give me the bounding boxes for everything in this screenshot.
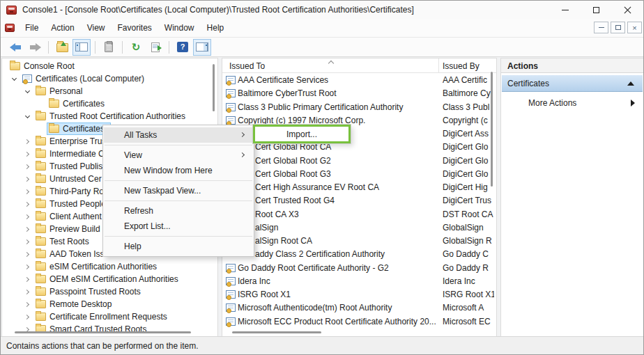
tree-node[interactable]: Enterprise Trus [33, 135, 109, 148]
chevron-expanded-icon[interactable] [11, 75, 16, 80]
certificate-row[interactable]: Root CA X3DST Root CA [222, 208, 496, 221]
tree-node[interactable]: eSIM Certification Authorities [33, 260, 160, 273]
chevron-collapsed-icon[interactable] [24, 289, 29, 294]
tree-node[interactable]: Client Authent [33, 210, 105, 223]
child-close-button[interactable]: × [627, 22, 642, 33]
tree-node[interactable]: Trusted People [33, 198, 109, 210]
tree-vertical-scrollbar[interactable] [213, 64, 215, 111]
list-horizontal-scrollbar[interactable] [232, 331, 321, 333]
chevron-collapsed-icon[interactable] [24, 226, 29, 231]
tree-node[interactable]: Untrusted Cer [33, 173, 105, 185]
chevron-collapsed-icon[interactable] [24, 201, 29, 206]
context-menu-item-new-taskpad-view[interactable]: New Taskpad View... [104, 183, 253, 198]
context-menu-item-export-list[interactable]: Export List... [104, 219, 253, 234]
certificate-row[interactable]: addy Class 2 Certification AuthorityGo D… [222, 248, 496, 261]
tree-item-certificate-enrollment-requests[interactable]: Certificate Enrollment Requests [2, 310, 210, 323]
tree-node[interactable]: Passpoint Trusted Roots [33, 285, 144, 298]
certificate-row[interactable]: Cert Global Root G3DigiCert Glo [222, 168, 496, 181]
chevron-collapsed-icon[interactable] [24, 251, 29, 256]
maximize-button[interactable] [581, 1, 612, 19]
certificate-row[interactable]: alSignGlobalSign [222, 221, 496, 235]
refresh-button[interactable]: ↻ [127, 39, 145, 56]
context-menu-item-help[interactable]: Help [104, 239, 253, 254]
chevron-collapsed-icon[interactable] [24, 176, 29, 181]
chevron-expanded-icon[interactable] [24, 88, 29, 93]
chevron-collapsed-icon[interactable] [24, 239, 29, 244]
tree-item-personal[interactable]: Personal [2, 85, 210, 97]
action-pane-toggle-button[interactable] [193, 39, 211, 56]
chevron-collapsed-icon[interactable] [24, 214, 29, 219]
chevron-collapsed-icon[interactable] [24, 151, 29, 156]
export-list-button[interactable] [146, 39, 164, 56]
context-menu-item-all-tasks[interactable]: All Tasks [104, 127, 253, 143]
certificate-row[interactable]: Cert Trusted Root G4DigiCert Trus [222, 194, 496, 207]
certificate-row[interactable]: Cert High Assurance EV Root CADigiCert H… [222, 181, 496, 194]
certificate-row[interactable]: Class 3 Public Primary Certification Aut… [222, 101, 496, 114]
up-one-level-button[interactable] [53, 39, 71, 56]
list-vertical-scrollbar[interactable] [491, 72, 493, 187]
tree-node[interactable]: Certificates [47, 97, 107, 110]
column-divider[interactable] [438, 58, 439, 73]
help-button[interactable]: ? [174, 39, 192, 56]
menu-file[interactable]: File [19, 20, 45, 36]
certificate-row[interactable]: Baltimore CyberTrust RootBaltimore Cy [222, 87, 496, 100]
context-menu-item-refresh[interactable]: Refresh [104, 203, 253, 219]
tree-node[interactable]: Remote Desktop [33, 298, 114, 310]
tree-node[interactable]: Intermediate C [33, 148, 107, 160]
chevron-collapsed-icon[interactable] [24, 301, 29, 306]
tree-item-remote-desktop[interactable]: Remote Desktop [2, 298, 210, 310]
menu-window[interactable]: Window [158, 20, 201, 36]
child-minimize-button[interactable] [594, 22, 608, 33]
tree-item-certificates-local-computer[interactable]: Certificates (Local Computer) [2, 72, 210, 85]
chevron-collapsed-icon[interactable] [24, 139, 29, 143]
tree-node[interactable]: Preview Build [33, 223, 103, 235]
tree-node[interactable]: Test Roots [33, 235, 92, 248]
tree-node[interactable]: Trusted Publis [33, 160, 105, 173]
menu-help[interactable]: Help [201, 20, 231, 36]
console-tree-toggle-button[interactable] [72, 39, 91, 56]
more-actions-item[interactable]: More Actions [502, 96, 643, 110]
certificate-row[interactable]: Microsoft Authenticode(tm) Root Authorit… [222, 301, 496, 315]
menu-favorites[interactable]: Favorites [112, 20, 158, 36]
chevron-collapsed-icon[interactable] [24, 164, 29, 168]
tree-item-oem-esim-certification-authorities[interactable]: OEM eSIM Certification Authorities [2, 273, 210, 285]
certificate-row[interactable]: Microsoft ECC Product Root Certificate A… [222, 315, 496, 329]
tree-node[interactable]: Certificates (Local Computer) [20, 72, 147, 85]
menu-view[interactable]: View [81, 20, 112, 36]
selected-tree-node[interactable]: Certificates [47, 123, 111, 135]
tree-item-esim-certification-authorities[interactable]: eSIM Certification Authorities [2, 260, 210, 273]
tree-node[interactable]: AAD Token Iss [33, 248, 107, 260]
tree-node[interactable]: Certificate Enrollment Requests [33, 310, 170, 323]
back-button[interactable] [6, 39, 24, 56]
certificate-row[interactable]: ISRG Root X1ISRG Root X1 [222, 288, 496, 301]
certificate-row[interactable]: Go Daddy Root Certificate Authority - G2… [222, 262, 496, 275]
menu-action[interactable]: Action [45, 20, 80, 36]
collapse-arrow-icon[interactable] [627, 81, 634, 86]
tree-node[interactable]: Personal [33, 85, 85, 97]
import-menu-item[interactable]: Import... [286, 129, 317, 139]
column-header-issued-by[interactable]: Issued By [443, 61, 480, 71]
tree-node[interactable]: Trusted Root Certification Authorities [33, 110, 188, 123]
minimize-button[interactable] [549, 1, 581, 19]
tree-horizontal-scrollbar[interactable] [15, 331, 191, 333]
tree-item-console-root[interactable]: Console Root [2, 60, 210, 72]
column-header-issued-to[interactable]: Issued To [229, 61, 265, 71]
chevron-collapsed-icon[interactable] [24, 189, 29, 194]
certificate-row[interactable]: alSign Root CAGlobalSign R [222, 235, 496, 248]
child-restore-button[interactable] [611, 22, 625, 33]
close-button[interactable] [612, 1, 643, 19]
chevron-collapsed-icon[interactable] [24, 264, 29, 269]
tree-node[interactable]: Console Root [8, 60, 77, 72]
certificate-row[interactable]: AAA Certificate ServicesAAA Certific [222, 74, 496, 87]
tree-item-smart-card-trusted-roots[interactable]: Smart Card Trusted Roots [2, 323, 210, 336]
tree-node[interactable]: OEM eSIM Certification Authorities [33, 273, 181, 285]
certificate-row[interactable]: Cert Global Root G2DigiCert Glo [222, 155, 496, 168]
chevron-expanded-icon[interactable] [24, 113, 29, 118]
certificate-row[interactable]: Idera IncIdera Inc [222, 275, 496, 288]
chevron-collapsed-icon[interactable] [24, 314, 29, 319]
actions-group-certificates[interactable]: Certificates [502, 75, 643, 92]
tree-node[interactable]: Smart Card Trusted Roots [33, 323, 149, 336]
forward-button[interactable] [26, 39, 44, 56]
context-menu-item-new-window-from-here[interactable]: New Window from Here [104, 163, 253, 178]
context-menu-item-view[interactable]: View [104, 148, 253, 163]
